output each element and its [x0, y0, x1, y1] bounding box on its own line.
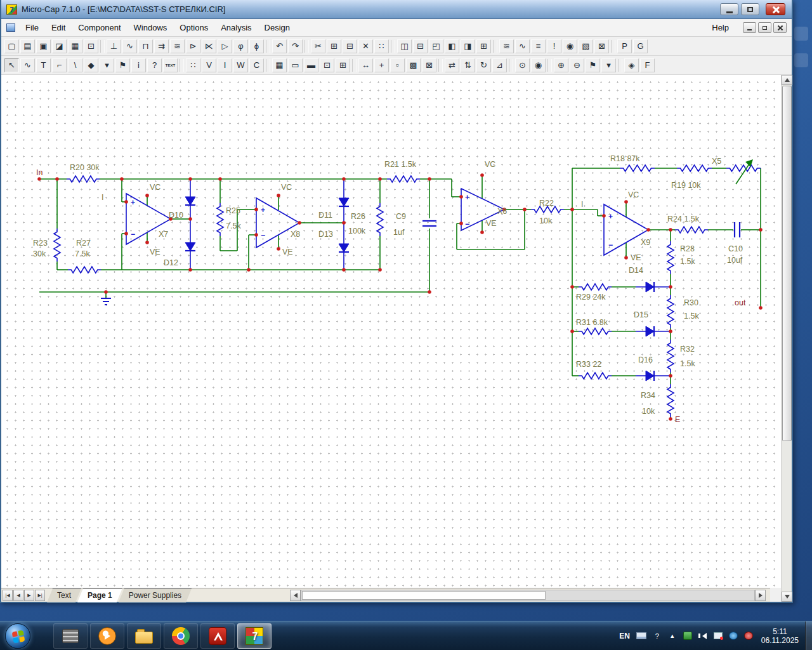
dc-analysis-icon[interactable]: ≡ [531, 39, 546, 53]
schematic-label[interactable]: R24 1.5k [667, 215, 700, 223]
tile-horizontal-icon[interactable]: ⊟ [413, 39, 428, 53]
volume-tray-icon[interactable] [698, 633, 707, 639]
flag-mode-icon[interactable]: ⚑ [115, 58, 130, 72]
cascade-windows-icon[interactable]: ◰ [429, 39, 443, 53]
schematic-label[interactable]: I [581, 200, 583, 209]
3d-plot-icon[interactable]: ▧ [579, 39, 593, 53]
schematic-label[interactable]: D13 [318, 230, 333, 239]
schematic-label[interactable]: R33 22 [576, 360, 601, 369]
schematic-label[interactable]: R25 [226, 206, 240, 215]
info-mode-icon[interactable]: i [131, 58, 146, 72]
schematic-label[interactable]: VC [150, 183, 160, 192]
tab-text[interactable]: Text [47, 588, 81, 602]
probe-icon[interactable]: ◉ [563, 39, 577, 53]
zoom-in-icon[interactable]: ⊕ [554, 58, 568, 72]
schematic-label[interactable]: out [735, 298, 746, 307]
show-conditions-icon[interactable]: C [249, 58, 264, 72]
mdi-restore-button[interactable] [758, 22, 771, 33]
help-tray-icon[interactable]: ? [653, 632, 662, 640]
menu-analysis[interactable]: Analysis [214, 20, 258, 35]
undo-icon[interactable]: ↶ [272, 39, 287, 53]
schematic-label[interactable]: I [102, 193, 103, 202]
schematic-label[interactable]: X9 [641, 238, 650, 247]
diagonal-wire-icon[interactable]: \ [68, 58, 82, 72]
menu-design[interactable]: Design [258, 20, 296, 35]
schematic-label[interactable]: R18 87k [610, 154, 640, 163]
rotate-icon[interactable]: ↻ [476, 58, 491, 72]
ground-component-icon[interactable]: ⊥ [107, 39, 121, 53]
flag-dropdown-arrow[interactable]: ▾ [601, 58, 616, 72]
select-mode-icon[interactable]: ↖ [4, 58, 19, 72]
first-page-button[interactable]: |◀ [3, 590, 13, 601]
potentiometer-X5[interactable] [726, 159, 761, 184]
schematic-label[interactable]: R22 [539, 199, 554, 208]
find-icon[interactable]: ⊙ [515, 58, 530, 72]
show-hidden-icons-button[interactable]: ▴ [668, 632, 677, 640]
cut-icon[interactable]: ✂ [311, 39, 325, 53]
diode-D16[interactable] [636, 371, 671, 381]
schematic-label[interactable]: 1.5k [680, 359, 695, 368]
schematic-label[interactable]: R20 30k [70, 163, 100, 172]
media-player-button[interactable] [90, 623, 124, 649]
ortho-wire-icon[interactable]: ⌐ [52, 58, 67, 72]
resistor-R31[interactable] [579, 328, 612, 335]
mdi-close-button[interactable] [773, 22, 787, 33]
schematic-label[interactable]: X6 [497, 207, 507, 216]
chrome-button[interactable] [164, 623, 198, 649]
schematic-label[interactable]: R23 [33, 239, 48, 248]
schematic-label[interactable]: D16 [638, 355, 653, 364]
schematic-label[interactable]: 1uf [393, 228, 405, 237]
current-source-icon[interactable]: ⇉ [154, 39, 169, 53]
restore-button[interactable] [741, 3, 759, 15]
zoom-area-icon[interactable]: ⊞ [336, 58, 350, 72]
show-node-numbers-icon[interactable]: ∷ [186, 58, 200, 72]
scroll-right-button[interactable] [755, 590, 766, 601]
title-block-icon[interactable]: ▬ [304, 58, 318, 72]
font-button[interactable]: F [640, 58, 655, 72]
diode-D12[interactable] [185, 219, 195, 270]
schematic-label[interactable]: 10k [642, 407, 655, 416]
close-button[interactable] [766, 3, 785, 15]
vertical-scrollbar[interactable] [781, 75, 792, 602]
resistor-component-icon[interactable]: ≋ [170, 39, 185, 53]
show-currents-icon[interactable]: I [218, 58, 232, 72]
split-horizontal-icon[interactable]: ◧ [445, 39, 459, 53]
schematic-label[interactable]: C9 [396, 212, 406, 221]
capacitor-C10[interactable] [735, 222, 740, 237]
component-editor-icon[interactable]: ⊞ [476, 39, 491, 53]
prev-page-button[interactable]: ◀ [13, 590, 23, 601]
schematic-label[interactable]: R28 [680, 244, 695, 253]
component-dropdown-arrow[interactable]: ▾ [100, 58, 114, 72]
find-next-icon[interactable]: ◉ [531, 58, 546, 72]
save-as-icon[interactable]: ◪ [52, 39, 67, 53]
schematic-canvas[interactable]: +−+−+−+−InR20 30kR2330kR277.5kIVCX7VED10… [1, 75, 781, 588]
titlebar[interactable]: 7 Micro-Cap 7.1.0 - [E:\MC7\DATA\SST-S С… [1, 0, 792, 19]
schematic-label[interactable]: R34 [641, 391, 655, 400]
text-mode-icon[interactable]: T [36, 58, 51, 72]
dynamic-dc-icon[interactable]: ! [547, 39, 561, 53]
schematic-label[interactable]: R32 [680, 345, 695, 354]
microcap-button[interactable]: 7 [237, 623, 272, 649]
schematic-label[interactable]: D15 [634, 310, 648, 319]
stretch-mode-icon[interactable]: ↔ [358, 58, 373, 72]
schematic-label[interactable]: 7.5k [226, 222, 241, 230]
goto-flag-icon[interactable]: ⚑ [586, 58, 600, 72]
help-topics-icon[interactable]: ◈ [624, 58, 639, 72]
grid-toggle-icon[interactable]: ▦ [272, 58, 287, 72]
schematic-label[interactable]: 1.5k [684, 312, 699, 321]
diode-D14[interactable] [636, 282, 671, 292]
schematic-label[interactable]: 1.5k [680, 257, 695, 266]
keyboard-layout-icon[interactable] [636, 632, 646, 639]
schematic-label[interactable]: VE [150, 248, 160, 256]
diode-D10[interactable] [185, 179, 195, 219]
resistor-R18[interactable] [620, 165, 655, 171]
language-indicator[interactable]: EN [619, 632, 630, 640]
network-tray-icon[interactable] [714, 632, 723, 639]
menu-help[interactable]: Help [705, 20, 735, 35]
tab-power-supplies[interactable]: Power Supplies [119, 588, 192, 602]
schematic-label[interactable]: R19 10k [671, 181, 701, 190]
schematic-label[interactable]: 7.5k [75, 249, 90, 258]
horizontal-scroll-thumb[interactable] [302, 591, 546, 600]
wire-mode-icon[interactable]: ∿ [20, 58, 35, 72]
menu-component[interactable]: Component [72, 20, 127, 35]
